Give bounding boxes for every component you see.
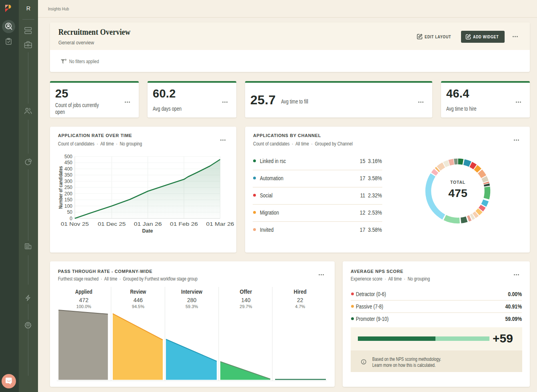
svg-text:350: 350: [64, 172, 72, 178]
svg-text:450: 450: [64, 160, 72, 165]
svg-text:59.3%: 59.3%: [186, 304, 198, 309]
svg-text:94.5%: 94.5%: [132, 304, 144, 309]
svg-text:TOTAL: TOTAL: [450, 180, 465, 185]
svg-text:250: 250: [64, 185, 72, 190]
svg-text:01 Dec 25: 01 Dec 25: [98, 221, 126, 227]
svg-text:400: 400: [64, 166, 72, 172]
svg-text:100: 100: [64, 203, 72, 209]
svg-text:4.7%: 4.7%: [295, 304, 305, 309]
svg-text:150: 150: [64, 197, 72, 203]
svg-text:140: 140: [241, 297, 251, 303]
svg-text:01 Mar 26: 01 Mar 26: [206, 221, 234, 227]
svg-text:01 Feb 26: 01 Feb 26: [170, 221, 198, 227]
svg-text:0: 0: [70, 216, 72, 221]
svg-text:50: 50: [67, 209, 73, 215]
svg-text:22: 22: [297, 297, 303, 303]
svg-text:280: 280: [187, 297, 197, 303]
svg-text:475: 475: [448, 187, 467, 199]
svg-text:300: 300: [64, 179, 72, 184]
svg-text:446: 446: [134, 297, 143, 303]
svg-text:01 Jan 26: 01 Jan 26: [134, 221, 162, 227]
svg-text:Hired: Hired: [294, 289, 307, 295]
svg-text:Review: Review: [130, 289, 146, 295]
svg-text:472: 472: [79, 297, 89, 303]
svg-text:500: 500: [64, 154, 72, 159]
svg-text:Offer: Offer: [240, 289, 252, 295]
svg-text:200: 200: [64, 191, 72, 197]
svg-text:29.7%: 29.7%: [240, 304, 252, 309]
svg-text:01 Nov 25: 01 Nov 25: [61, 221, 89, 227]
svg-text:Number of candidates: Number of candidates: [58, 166, 64, 209]
svg-text:Date: Date: [142, 228, 153, 234]
svg-text:Applied: Applied: [75, 289, 92, 295]
svg-text:100.0%: 100.0%: [76, 304, 92, 309]
svg-text:Interview: Interview: [181, 289, 203, 295]
